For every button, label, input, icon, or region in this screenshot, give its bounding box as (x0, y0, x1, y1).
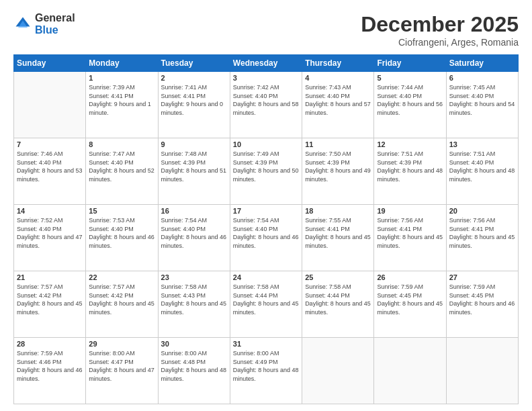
calendar-cell: 30Sunrise: 8:00 AMSunset: 4:48 PMDayligh… (158, 338, 230, 404)
logo: General Blue (13, 12, 75, 36)
calendar-cell: 27Sunrise: 7:59 AMSunset: 4:45 PMDayligh… (446, 271, 518, 338)
day-detail: Sunrise: 7:58 AMSunset: 4:44 PMDaylight:… (305, 283, 371, 316)
sunset: Sunset: 4:39 PM (233, 158, 299, 167)
daylight: Daylight: 8 hours and 57 minutes. (305, 100, 371, 117)
calendar-week-row: 1Sunrise: 7:39 AMSunset: 4:41 PMDaylight… (14, 72, 519, 138)
daylight: Daylight: 8 hours and 46 minutes. (89, 233, 154, 250)
calendar-cell (446, 338, 518, 404)
daylight: Daylight: 8 hours and 50 minutes. (233, 167, 299, 183)
sunrise: Sunrise: 7:48 AM (161, 150, 227, 158)
sunrise: Sunrise: 7:58 AM (305, 283, 371, 291)
calendar-cell: 21Sunrise: 7:57 AMSunset: 4:42 PMDayligh… (14, 271, 86, 338)
sunset: Sunset: 4:42 PM (17, 291, 83, 300)
day-number: 9 (161, 140, 227, 148)
logo-text: General Blue (35, 12, 75, 36)
day-detail: Sunrise: 7:55 AMSunset: 4:41 PMDaylight:… (305, 216, 371, 250)
sunset: Sunset: 4:40 PM (233, 225, 299, 234)
sunrise: Sunrise: 7:47 AM (89, 150, 154, 158)
daylight: Daylight: 8 hours and 45 minutes. (449, 233, 515, 250)
logo-blue: Blue (35, 24, 75, 36)
day-number: 18 (305, 207, 371, 215)
day-number: 11 (305, 140, 371, 148)
day-detail: Sunrise: 8:00 AMSunset: 4:49 PMDaylight:… (233, 349, 299, 383)
daylight: Daylight: 8 hours and 46 minutes. (449, 300, 515, 316)
day-detail: Sunrise: 7:46 AMSunset: 4:40 PMDaylight:… (17, 150, 83, 183)
calendar-cell: 25Sunrise: 7:58 AMSunset: 4:44 PMDayligh… (302, 271, 374, 338)
calendar-week-row: 14Sunrise: 7:52 AMSunset: 4:40 PMDayligh… (14, 205, 519, 271)
sunrise: Sunrise: 7:56 AM (377, 216, 443, 225)
day-number: 28 (17, 340, 83, 348)
day-detail: Sunrise: 7:59 AMSunset: 4:46 PMDaylight:… (17, 349, 83, 383)
calendar-cell: 15Sunrise: 7:53 AMSunset: 4:40 PMDayligh… (86, 205, 158, 271)
sunrise: Sunrise: 7:49 AM (233, 150, 299, 158)
daylight: Daylight: 8 hours and 46 minutes. (161, 233, 227, 250)
sunset: Sunset: 4:40 PM (161, 225, 227, 234)
sunset: Sunset: 4:41 PM (305, 225, 371, 234)
col-sunday: Sunday (14, 55, 86, 72)
sunrise: Sunrise: 7:42 AM (233, 83, 299, 92)
header: General Blue December 2025 Ciofrangeni, … (13, 12, 519, 48)
col-monday: Monday (86, 55, 158, 72)
calendar-cell: 19Sunrise: 7:56 AMSunset: 4:41 PMDayligh… (374, 205, 446, 271)
calendar-cell: 13Sunrise: 7:51 AMSunset: 4:40 PMDayligh… (446, 138, 518, 205)
sunrise: Sunrise: 8:00 AM (233, 349, 299, 358)
sunrise: Sunrise: 7:54 AM (161, 216, 227, 225)
col-tuesday: Tuesday (158, 55, 230, 72)
daylight: Daylight: 8 hours and 56 minutes. (377, 100, 443, 117)
daylight: Daylight: 8 hours and 45 minutes. (89, 300, 154, 316)
day-number: 25 (305, 273, 371, 281)
daylight: Daylight: 8 hours and 45 minutes. (17, 300, 83, 316)
calendar-cell: 14Sunrise: 7:52 AMSunset: 4:40 PMDayligh… (14, 205, 86, 271)
sunset: Sunset: 4:44 PM (233, 291, 299, 300)
day-number: 6 (449, 74, 515, 82)
calendar-cell: 1Sunrise: 7:39 AMSunset: 4:41 PMDaylight… (86, 72, 158, 138)
calendar-cell: 31Sunrise: 8:00 AMSunset: 4:49 PMDayligh… (230, 338, 302, 404)
day-detail: Sunrise: 7:57 AMSunset: 4:42 PMDaylight:… (89, 283, 154, 316)
sunset: Sunset: 4:42 PM (89, 291, 154, 300)
sunrise: Sunrise: 7:45 AM (449, 83, 515, 92)
location: Ciofrangeni, Arges, Romania (361, 37, 519, 48)
daylight: Daylight: 8 hours and 46 minutes. (17, 366, 83, 383)
sunrise: Sunrise: 7:51 AM (377, 150, 443, 158)
sunrise: Sunrise: 7:41 AM (161, 83, 227, 92)
calendar-cell: 24Sunrise: 7:58 AMSunset: 4:44 PMDayligh… (230, 271, 302, 338)
sunrise: Sunrise: 7:50 AM (305, 150, 371, 158)
logo-general: General (35, 12, 75, 24)
day-detail: Sunrise: 7:49 AMSunset: 4:39 PMDaylight:… (233, 150, 299, 183)
day-detail: Sunrise: 7:45 AMSunset: 4:40 PMDaylight:… (449, 83, 515, 117)
day-detail: Sunrise: 8:00 AMSunset: 4:48 PMDaylight:… (161, 349, 227, 383)
sunrise: Sunrise: 7:52 AM (17, 216, 83, 225)
sunset: Sunset: 4:41 PM (449, 225, 515, 234)
calendar-cell: 18Sunrise: 7:55 AMSunset: 4:41 PMDayligh… (302, 205, 374, 271)
sunset: Sunset: 4:41 PM (89, 92, 154, 101)
sunrise: Sunrise: 8:00 AM (161, 349, 227, 358)
sunrise: Sunrise: 7:59 AM (377, 283, 443, 291)
calendar-cell: 4Sunrise: 7:43 AMSunset: 4:40 PMDaylight… (302, 72, 374, 138)
calendar-cell: 10Sunrise: 7:49 AMSunset: 4:39 PMDayligh… (230, 138, 302, 205)
calendar-week-row: 28Sunrise: 7:59 AMSunset: 4:46 PMDayligh… (14, 338, 519, 404)
day-number: 17 (233, 207, 299, 215)
daylight: Daylight: 8 hours and 45 minutes. (377, 233, 443, 250)
calendar-cell: 12Sunrise: 7:51 AMSunset: 4:39 PMDayligh… (374, 138, 446, 205)
day-detail: Sunrise: 7:57 AMSunset: 4:42 PMDaylight:… (17, 283, 83, 316)
day-detail: Sunrise: 7:52 AMSunset: 4:40 PMDaylight:… (17, 216, 83, 250)
calendar-cell: 2Sunrise: 7:41 AMSunset: 4:41 PMDaylight… (158, 72, 230, 138)
sunset: Sunset: 4:40 PM (377, 92, 443, 101)
calendar-cell: 9Sunrise: 7:48 AMSunset: 4:39 PMDaylight… (158, 138, 230, 205)
daylight: Daylight: 8 hours and 51 minutes. (161, 167, 227, 183)
calendar-cell: 7Sunrise: 7:46 AMSunset: 4:40 PMDaylight… (14, 138, 86, 205)
sunrise: Sunrise: 7:43 AM (305, 83, 371, 92)
day-number: 21 (17, 273, 83, 281)
daylight: Daylight: 8 hours and 48 minutes. (161, 366, 227, 383)
day-number: 23 (161, 273, 227, 281)
calendar-cell: 8Sunrise: 7:47 AMSunset: 4:40 PMDaylight… (86, 138, 158, 205)
day-number: 5 (377, 74, 443, 82)
day-number: 19 (377, 207, 443, 215)
sunset: Sunset: 4:48 PM (161, 358, 227, 367)
daylight: Daylight: 8 hours and 47 minutes. (17, 233, 83, 250)
sunset: Sunset: 4:47 PM (89, 358, 154, 367)
calendar-week-row: 21Sunrise: 7:57 AMSunset: 4:42 PMDayligh… (14, 271, 519, 338)
calendar-cell: 20Sunrise: 7:56 AMSunset: 4:41 PMDayligh… (446, 205, 518, 271)
day-detail: Sunrise: 7:39 AMSunset: 4:41 PMDaylight:… (89, 83, 154, 117)
sunset: Sunset: 4:39 PM (161, 158, 227, 167)
